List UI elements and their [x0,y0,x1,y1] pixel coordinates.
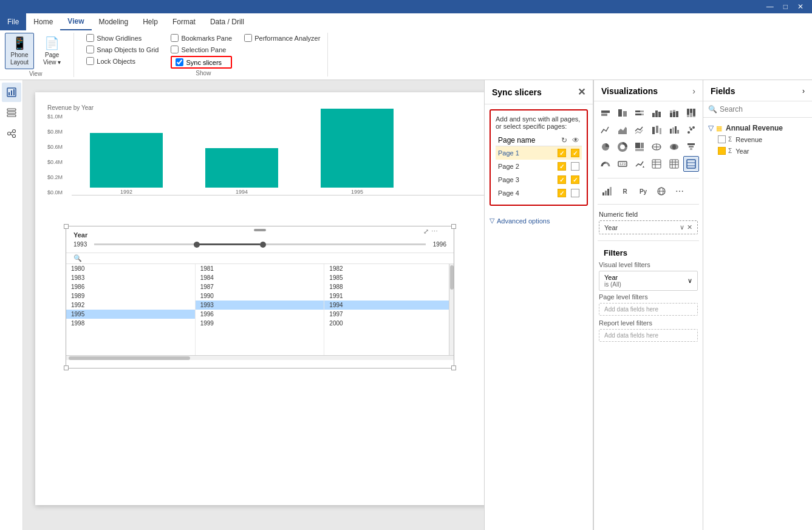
viz-globe-icon[interactable] [653,183,669,199]
slicer-item-1984[interactable]: 1984 [196,273,324,282]
viz-col-icon[interactable] [649,105,664,121]
slicer-item-1991[interactable]: 1991 [324,291,454,301]
sync-page2-vis-check[interactable] [571,162,579,171]
slicer-item-1998[interactable]: 1998 [66,319,195,328]
close-btn[interactable]: ✕ [794,2,807,11]
sync-slicers-checkbox[interactable] [176,58,183,66]
lock-objects-item[interactable]: Lock Objects [86,56,159,66]
slicer-item-1992[interactable]: 1992 [66,301,195,310]
viz-ellipsis-icon[interactable]: ⋯ [672,183,687,199]
slicer-handle-right[interactable] [260,242,266,248]
tab-view[interactable]: View [60,13,91,30]
viz-100pct-col-icon[interactable] [683,105,699,121]
slicer-item-1995[interactable]: 1995 [66,310,195,319]
slicer-scrollbar[interactable] [449,264,454,355]
viz-pie-icon[interactable] [598,139,613,155]
slicer-expand-icon[interactable]: ⤢ [423,228,429,236]
sync-eye-icon[interactable]: 👁 [572,136,579,144]
viz-stacked-col-icon[interactable] [666,105,682,121]
viz-100pct-bar-icon[interactable] [632,105,647,121]
slicer-handle-left[interactable] [194,242,200,248]
viz-card-icon[interactable]: 123 [615,156,630,172]
sidebar-model-icon[interactable] [2,124,21,143]
slicer-item-1980[interactable]: 1980 [66,264,195,273]
slicer-resize-tl[interactable] [64,224,69,229]
snap-objects-checkbox[interactable] [86,46,94,53]
phone-layout-button[interactable]: 📱 PhoneLayout [5,33,34,69]
slicer-item-1993[interactable]: 1993 [196,301,324,310]
sync-page3-vis-check[interactable]: ✓ [571,175,579,184]
slicer-ellipsis-icon[interactable]: ⋯ [431,228,438,236]
field-expand-icon[interactable]: ∨ [680,223,684,231]
viz-waterfall-icon[interactable] [666,122,682,138]
slicer-item-1999[interactable]: 1999 [196,319,324,328]
slicer-item-1997[interactable]: 1997 [324,310,454,319]
slicer-resize-tr[interactable] [451,224,456,229]
minimize-btn[interactable]: — [763,2,777,11]
slicer-item-1996[interactable]: 1996 [196,310,324,319]
slicer-item-1994[interactable]: 1994 [324,301,454,310]
tab-file[interactable]: File [0,13,26,30]
slicer-item-1986[interactable]: 1986 [66,282,195,291]
tab-home[interactable]: Home [26,13,60,30]
tab-help[interactable]: Help [135,13,165,30]
fields-search-input[interactable] [720,105,807,114]
slicer-range-track[interactable] [94,243,426,245]
slicer-item-1990[interactable]: 1990 [196,291,324,301]
show-gridlines-checkbox[interactable] [86,34,94,42]
slicer-item-1983[interactable]: 1983 [66,273,195,282]
slicer-item-1981[interactable]: 1981 [196,264,324,273]
show-gridlines-item[interactable]: Show Gridlines [86,33,159,43]
viz-ribbon-icon[interactable] [649,122,664,138]
viz-python-icon[interactable]: Py [635,183,651,199]
viz-table-icon[interactable] [649,156,664,172]
slicer-item-1989[interactable]: 1989 [66,291,195,301]
slicer-resize-bl[interactable] [64,365,69,370]
viz-map-icon[interactable] [649,139,664,155]
sync-page3-sync-check[interactable]: ✓ [558,175,566,184]
sync-panel-close-btn[interactable]: ✕ [578,86,585,98]
slicer-item-1988[interactable]: 1988 [324,282,454,291]
field-clear-icon[interactable]: ✕ [687,223,692,231]
fields-expand-btn[interactable]: › [802,87,805,95]
sync-page2-sync-check[interactable]: ✓ [558,162,566,171]
viz-line-icon[interactable] [598,122,613,138]
viz-stacked-bar-icon[interactable] [598,105,613,121]
sidebar-report-icon[interactable] [2,83,21,102]
viz-scatter-icon[interactable] [683,122,699,138]
lock-objects-checkbox[interactable] [86,57,94,65]
viz-area-icon[interactable] [615,122,630,138]
advanced-options-btn[interactable]: ▽ Advanced options [490,212,588,229]
slicer-search-input[interactable] [84,255,383,262]
viz-clustered-bar-icon[interactable] [615,105,630,121]
sync-page4-vis-check[interactable] [571,189,579,197]
fields-revenue-checkbox[interactable] [718,135,726,143]
slicer-item-2000[interactable]: 2000 [324,319,454,328]
sync-slicers-button[interactable]: Sync slicers [171,56,232,69]
sidebar-data-icon[interactable] [2,103,21,123]
sync-page1-vis-check[interactable]: ✓ [571,149,579,157]
fields-year-checkbox[interactable] [718,147,726,155]
viz-line-stacked-icon[interactable] [632,122,647,138]
tab-data-drill[interactable]: Data / Drill [203,13,251,30]
fields-group-header[interactable]: ▽ ▦ Annual Revenue [708,123,807,134]
tab-format[interactable]: Format [165,13,203,30]
report-filter-placeholder[interactable]: Add data fields here [599,329,698,342]
viz-panel-expand-btn[interactable]: › [692,86,695,96]
viz-funnel-icon[interactable] [683,139,699,155]
fields-item-revenue[interactable]: Σ Revenue [708,134,807,145]
sync-refresh-icon[interactable]: ↻ [561,136,567,144]
slicer-scroll-thumb[interactable] [450,265,454,290]
tab-modeling[interactable]: Modeling [92,13,136,30]
sync-page1-sync-check[interactable]: ✓ [558,149,566,157]
maximize-btn[interactable]: □ [780,2,791,11]
slicer-item-1985[interactable]: 1985 [324,273,454,282]
bookmarks-pane-checkbox[interactable] [171,34,179,42]
viz-slicer-icon[interactable] [683,156,699,172]
selection-pane-checkbox[interactable] [171,46,179,53]
selection-pane-item[interactable]: Selection Pane [171,44,232,55]
bookmarks-pane-item[interactable]: Bookmarks Pane [171,33,232,43]
snap-objects-item[interactable]: Snap Objects to Grid [86,44,159,55]
page-filter-placeholder[interactable]: Add data fields here [599,303,698,316]
viz-matrix-icon[interactable] [666,156,682,172]
